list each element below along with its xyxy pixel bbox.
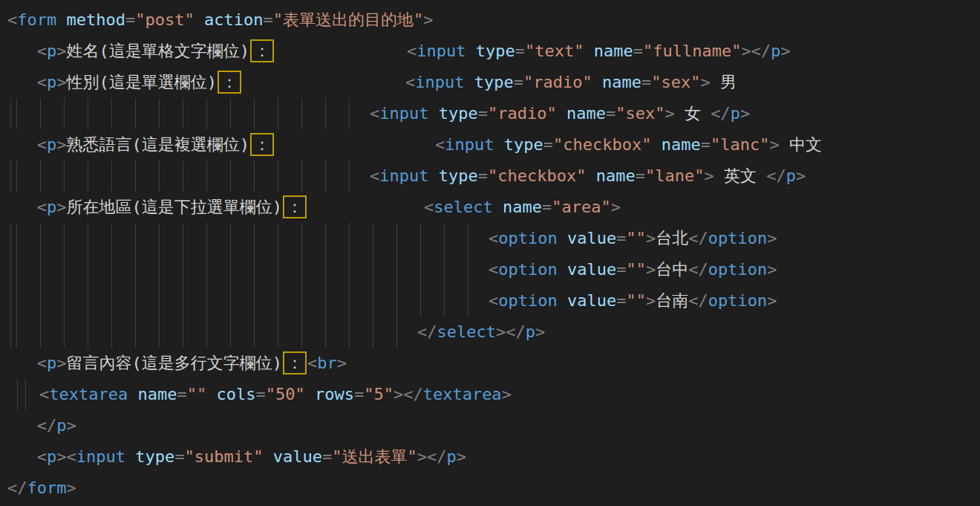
code-line-12[interactable]: <p>留言內容(這是多行文字欄位)：<br> (7, 348, 980, 379)
code-line-3[interactable]: <p>性別(這是單選欄位)：<input type="radio" name="… (7, 67, 980, 98)
indent-guides (7, 160, 370, 192)
token-text: 中文 (780, 135, 822, 154)
code-line-11[interactable]: </select></p> (7, 317, 980, 348)
token-text (7, 135, 37, 154)
token-punctuation: = (616, 260, 626, 279)
code-line-7[interactable]: <p>所在地區(這是下拉選單欄位)：<select name="area"> (7, 192, 980, 223)
code-line-4[interactable]: <input type="radio" name="sex"> 女 </p> (7, 98, 980, 129)
token-punctuation: < (489, 291, 498, 310)
code-line-13[interactable]: <textarea name="" cols="50" rows="5"></t… (7, 379, 980, 410)
token-string: "表單送出的目的地" (273, 10, 424, 29)
code-line-14[interactable]: </p> (7, 410, 980, 441)
code-line-9[interactable]: <option value="">台中</option> (7, 254, 980, 285)
token-punctuation: >< (56, 447, 76, 466)
token-punctuation: </ (37, 416, 57, 435)
token-tag: input (416, 42, 466, 60)
token-text: 英文 (714, 166, 767, 185)
token-attribute: rows (305, 385, 354, 403)
token-punctuation: > (67, 416, 76, 435)
code-editor[interactable]: <form method="post" action="表單送出的目的地"> <… (0, 0, 980, 506)
code-line-6[interactable]: <input type="checkbox" name="lane"> 英文 <… (7, 160, 980, 192)
token-punctuation: < (307, 354, 317, 372)
token-tag: p (47, 354, 56, 372)
token-punctuation: > (56, 73, 66, 91)
token-punctuation: < (37, 42, 47, 60)
token-text: 台南 (656, 291, 688, 310)
token-text: 女 (675, 104, 711, 123)
token-text (7, 416, 37, 435)
token-string: "checkbox" (488, 166, 586, 185)
token-text: 台中 (656, 260, 688, 279)
token-punctuation: = (542, 198, 552, 216)
indent-guides (7, 223, 489, 254)
indent-guides (7, 254, 489, 285)
token-text (7, 42, 37, 60)
token-attribute: value (263, 447, 321, 466)
token-string: "50" (266, 385, 305, 403)
token-punctuation: < (435, 135, 445, 154)
token-string: "" (626, 229, 646, 247)
token-tag: p (47, 447, 56, 466)
token-punctuation: < (37, 447, 47, 466)
token-attribute: value (558, 260, 616, 279)
token-punctuation: < (37, 354, 47, 372)
code-line-8[interactable]: <option value="">台北</option> (7, 223, 980, 254)
token-tag: p (47, 73, 56, 91)
token-punctuation: ></ (393, 385, 423, 403)
token-string: "5" (364, 385, 393, 403)
token-attribute: name (493, 198, 542, 216)
token-string: "" (626, 260, 646, 279)
token-tag: form (17, 10, 56, 29)
token-string: "area" (552, 198, 610, 216)
token-punctuation: < (489, 229, 498, 247)
token-punctuation: ></ (417, 447, 447, 466)
token-text: 男 (710, 73, 736, 91)
code-line-15[interactable]: <p><input type="submit" value="送出表單"></p… (7, 441, 980, 473)
token-punctuation: < (37, 73, 47, 91)
token-tag: input (379, 104, 428, 123)
token-punctuation: < (424, 198, 434, 216)
token-punctuation: = (633, 42, 643, 60)
token-text (7, 198, 37, 216)
token-punctuation: </ (688, 260, 708, 279)
token-punctuation: > (535, 322, 545, 341)
token-attribute: name (586, 166, 635, 185)
alignment-space (242, 67, 405, 98)
code-line-10[interactable]: <option value="">台南</option> (7, 285, 980, 317)
token-punctuation: < (407, 42, 416, 60)
token-punctuation: > (337, 354, 347, 372)
token-punctuation: = (478, 166, 488, 185)
alignment-space (275, 129, 435, 160)
token-tag: p (786, 166, 796, 185)
token-punctuation: = (636, 166, 645, 185)
indent-guide (7, 379, 39, 410)
token-punctuation: > (767, 229, 777, 247)
token-text: 熟悉語言(這是複選欄位) (67, 135, 250, 154)
token-string: "post" (135, 10, 194, 29)
token-tag: br (317, 354, 337, 372)
token-tag: p (47, 42, 56, 60)
token-punctuation: </ (688, 229, 708, 247)
code-line-2[interactable]: <p>姓名(這是單格文字欄位)：<input type="text" name=… (7, 36, 980, 67)
code-line-16[interactable]: </form> (7, 473, 980, 504)
token-attribute: type (466, 42, 514, 60)
token-tag: option (498, 260, 557, 279)
token-punctuation: = (514, 73, 523, 91)
code-line-5[interactable]: <p>熟悉語言(這是複選欄位)：<input type="checkbox" n… (7, 129, 980, 160)
token-punctuation: = (255, 385, 265, 403)
token-attribute: name (128, 385, 177, 403)
code-line-1[interactable]: <form method="post" action="表單送出的目的地"> (7, 4, 980, 36)
token-text: 姓名(這是單格文字欄位) (67, 42, 250, 60)
token-punctuation: > (646, 291, 656, 310)
token-attribute: type (464, 73, 513, 91)
token-punctuation: > (704, 166, 713, 185)
token-tag: p (47, 198, 56, 216)
token-punctuation: > (646, 229, 656, 247)
token-punctuation: > (611, 198, 621, 216)
token-tag: p (47, 135, 56, 154)
token-attribute: name (651, 135, 700, 154)
token-punctuation: < (370, 104, 379, 123)
token-attribute: type (428, 166, 477, 185)
token-punctuation: > (56, 135, 66, 154)
token-tag: p (526, 322, 535, 341)
